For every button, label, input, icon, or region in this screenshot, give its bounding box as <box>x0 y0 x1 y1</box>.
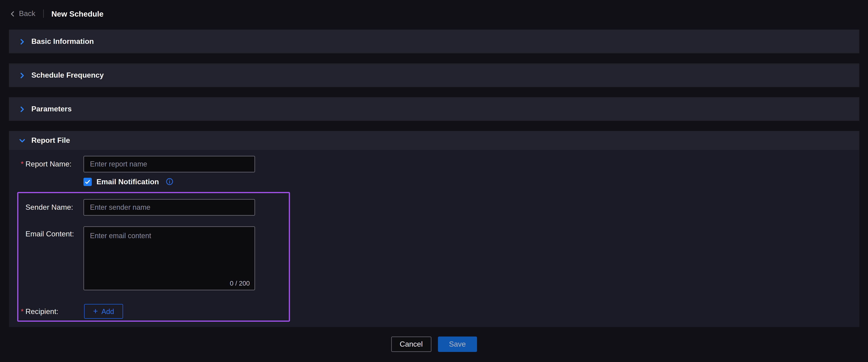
section-label: Schedule Frequency <box>31 71 104 79</box>
section-label: Parameters <box>31 105 72 113</box>
report-name-input[interactable] <box>84 156 255 172</box>
back-label: Back <box>19 9 35 18</box>
footer-actions: Cancel Save <box>0 336 868 352</box>
plus-icon: + <box>93 307 98 315</box>
sender-name-label: Sender Name: <box>21 199 86 216</box>
chevron-down-icon <box>19 137 26 144</box>
info-circle-icon[interactable] <box>165 178 173 186</box>
divider <box>43 9 43 18</box>
chevron-right-icon <box>19 38 26 45</box>
email-notification-checkbox[interactable] <box>84 177 92 186</box>
chevron-right-icon <box>19 106 26 112</box>
email-notification-label: Email Notification <box>96 177 159 186</box>
recipient-label: * Recipient: <box>21 304 86 319</box>
section-label: Report File <box>31 136 70 144</box>
report-file-panel: * Report Name: Email Notification Sender… <box>9 150 859 327</box>
save-button[interactable]: Save <box>438 336 477 352</box>
email-notification-row: Email Notification <box>84 177 173 186</box>
add-recipient-button[interactable]: + Add <box>84 304 123 319</box>
section-basic-information[interactable]: Basic Information <box>9 30 859 53</box>
sender-name-input[interactable] <box>84 199 255 216</box>
section-parameters[interactable]: Parameters <box>9 97 859 121</box>
section-schedule-frequency[interactable]: Schedule Frequency <box>9 63 859 87</box>
email-content-label: Email Content: <box>21 229 86 239</box>
back-button[interactable]: Back <box>9 9 35 18</box>
email-content-textarea[interactable] <box>84 226 255 290</box>
breadcrumb: Back New Schedule <box>9 8 103 20</box>
cancel-button[interactable]: Cancel <box>391 336 431 352</box>
required-asterisk: * <box>21 307 26 315</box>
page-title: New Schedule <box>51 9 103 18</box>
new-schedule-page: Back New Schedule Basic Information Sche… <box>0 0 868 362</box>
report-name-label: * Report Name: <box>21 156 86 172</box>
section-label: Basic Information <box>31 37 94 46</box>
chevron-right-icon <box>19 72 26 79</box>
chevron-left-icon <box>9 10 16 17</box>
add-button-label: Add <box>101 307 114 315</box>
section-report-file[interactable]: Report File <box>9 131 859 150</box>
required-asterisk: * <box>21 160 26 168</box>
